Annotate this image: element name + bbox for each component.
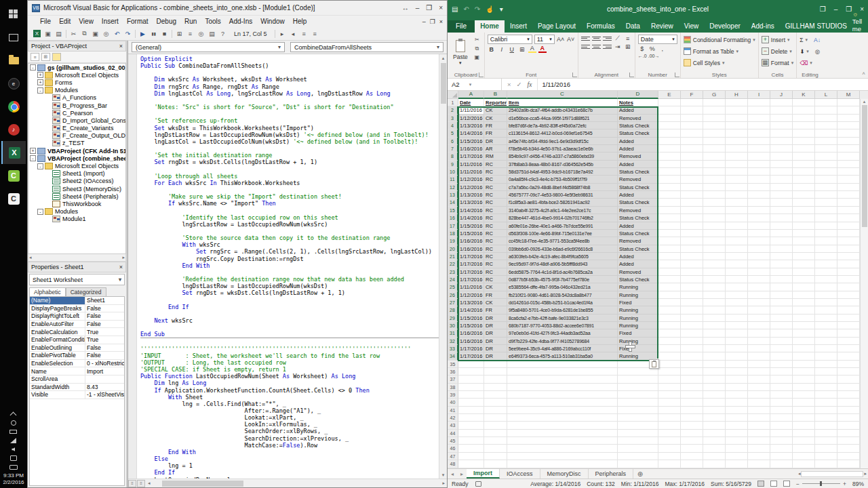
property-row[interactable]: StandardWidth8.43 [30, 384, 124, 392]
cell-C40[interactable] [507, 399, 618, 406]
copy-button[interactable]: ⧉ [473, 45, 481, 52]
cell-M17[interactable] [837, 222, 860, 230]
cell-G30[interactable] [703, 322, 726, 329]
row-header-14[interactable]: 14 [448, 199, 458, 206]
cell-L29[interactable] [815, 314, 837, 322]
menu-item-help[interactable]: Help [289, 17, 311, 26]
cell-D15[interactable]: Removed [618, 207, 658, 214]
cell-E38[interactable] [658, 384, 681, 391]
cell-H36[interactable] [726, 368, 748, 375]
cell-E8[interactable] [658, 152, 681, 160]
cell-L8[interactable] [815, 152, 837, 160]
cell-A27[interactable]: 1/13/2016 [458, 299, 484, 306]
accounting-format-button[interactable]: $ [638, 45, 646, 52]
cell-H8[interactable] [726, 152, 748, 160]
name-box[interactable]: A2 ▾ [448, 79, 502, 90]
code-line[interactable]: 'Redefine the destination range now that… [140, 276, 439, 283]
property-row[interactable]: EnablePivotTableFalse [30, 352, 124, 360]
tree-item[interactable]: B_Progress_Bar [28, 102, 125, 109]
cell-M47[interactable] [837, 453, 860, 460]
row-header-48[interactable]: 48 [448, 460, 458, 468]
property-row[interactable]: EnableOutliningFalse [30, 344, 124, 352]
cell-G26[interactable] [703, 291, 726, 299]
grid-vscroll-thumb[interactable] [862, 105, 867, 227]
paste-options-button[interactable] [649, 359, 659, 369]
cell-B42[interactable] [484, 414, 507, 422]
cell-E42[interactable] [658, 414, 681, 422]
row-header-15[interactable]: 15 [448, 207, 458, 214]
cell-H25[interactable] [726, 283, 748, 291]
cell-F33[interactable] [681, 345, 703, 352]
row-header-35[interactable]: 35 [448, 361, 458, 368]
alignment-dialog-launcher[interactable] [629, 73, 634, 77]
cell-E41[interactable] [658, 407, 681, 414]
cell-C26[interactable]: fb210f21-9080-4d61-8028-542dc8a8b477 [507, 291, 618, 299]
code-line[interactable] [140, 69, 439, 76]
cell-C8[interactable]: 854b9c97-d456-4746-a337-c7a5860ebd39 [507, 152, 618, 160]
italic-button[interactable]: I [498, 46, 506, 53]
cell-H1[interactable] [726, 99, 748, 106]
increase-decimal-button[interactable]: ←.0 [638, 54, 646, 58]
cell-L4[interactable] [815, 122, 837, 129]
cell-E4[interactable] [658, 122, 681, 129]
code-line[interactable] [140, 269, 439, 276]
cell-H4[interactable] [726, 122, 748, 129]
property-value[interactable]: False [85, 321, 124, 327]
cell-F32[interactable] [681, 338, 703, 345]
cell-H11[interactable] [726, 176, 748, 183]
cell-G20[interactable] [703, 245, 726, 253]
cell-K38[interactable] [793, 384, 815, 391]
tray-action-center[interactable] [9, 455, 18, 462]
underline-button[interactable]: U [508, 46, 516, 53]
cell-L27[interactable] [815, 299, 837, 306]
row-header-39[interactable]: 39 [448, 391, 458, 399]
cell-G41[interactable] [703, 407, 726, 414]
cell-J39[interactable] [770, 391, 793, 399]
cell-L21[interactable] [815, 253, 837, 260]
cell-J42[interactable] [770, 414, 793, 422]
col-header-G[interactable]: G [703, 91, 726, 99]
code-line[interactable]: Set wksDst = ThisWorkbook.Worksheets("Im… [140, 125, 439, 131]
sheet-hscroll-track[interactable] [801, 471, 863, 477]
cell-H47[interactable] [726, 453, 748, 460]
cell-M4[interactable] [837, 122, 860, 129]
cell-G12[interactable] [703, 184, 726, 191]
cell-B1[interactable]: Reporter [484, 99, 507, 106]
row-header-30[interactable]: 30 [448, 322, 458, 329]
cell-E16[interactable] [658, 214, 681, 222]
view-object-button[interactable]: ⊞ [41, 53, 50, 61]
code-line[interactable]: 'Set the initial destination range [140, 152, 439, 159]
cell-B3[interactable]: CK [484, 115, 507, 122]
cell-G16[interactable] [703, 214, 726, 222]
cell-A17[interactable]: 1/15/2016 [458, 222, 484, 230]
cell-D30[interactable]: Running [618, 322, 658, 329]
cell-B25[interactable]: CK [484, 283, 507, 291]
project-panel-titlebar[interactable]: Project - VBAProject × [28, 41, 126, 52]
cell-F18[interactable] [681, 230, 703, 237]
cell-A2[interactable]: 1/11/2016 [458, 106, 484, 114]
row-header-26[interactable]: 26 [448, 291, 458, 299]
tray-battery[interactable] [9, 428, 18, 435]
code-line[interactable]: Public Function LastOccupiedRowNum(Sheet… [140, 373, 439, 380]
cell-C41[interactable] [507, 407, 618, 414]
cell-C22[interactable]: 9ec95d97-9f7d-48df-a906-5b5fff8dd943 [507, 260, 618, 268]
cell-A14[interactable]: 1/13/2016 [458, 199, 484, 206]
cell-E36[interactable] [658, 368, 681, 375]
grid-vscrollbar[interactable]: ▴ [860, 99, 868, 468]
cell-L12[interactable] [815, 184, 837, 191]
cell-I8[interactable] [748, 152, 770, 160]
cell-F15[interactable] [681, 207, 703, 214]
cell-L36[interactable] [815, 368, 837, 375]
cell-G45[interactable] [703, 437, 726, 445]
cell-I17[interactable] [748, 222, 770, 230]
ribbon-display-button[interactable]: ❐ [820, 5, 826, 13]
cell-D37[interactable] [618, 375, 658, 383]
row-header-9[interactable]: 9 [448, 161, 458, 168]
cell-G5[interactable] [703, 129, 726, 137]
cell-H42[interactable] [726, 414, 748, 422]
code-line[interactable] [140, 207, 439, 214]
collapse-icon[interactable]: - [30, 64, 36, 70]
cell-M1[interactable] [837, 99, 860, 106]
row-header-2[interactable]: 2 [448, 106, 458, 114]
cell-E29[interactable] [658, 314, 681, 322]
